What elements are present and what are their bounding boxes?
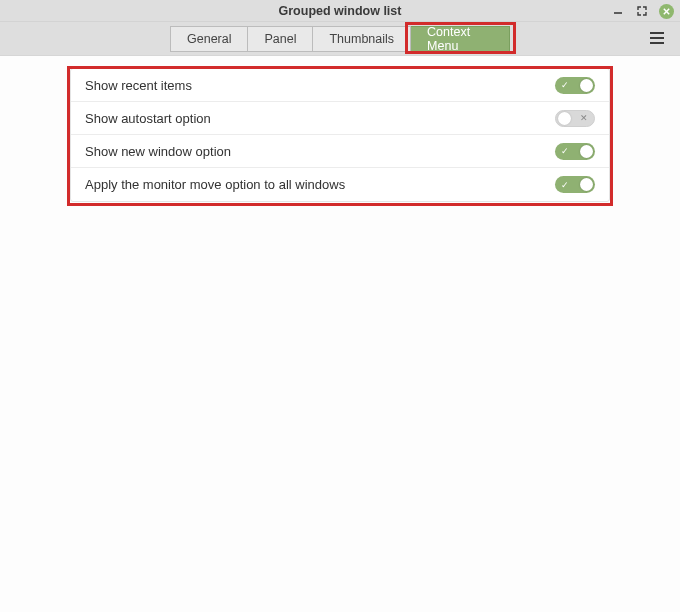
toggle-show-recent-items[interactable]: ✓ xyxy=(555,77,595,94)
minimize-button[interactable] xyxy=(611,4,625,18)
setting-show-autostart: Show autostart option ✕ xyxy=(71,102,609,135)
toggle-show-new-window[interactable]: ✓ xyxy=(555,143,595,160)
titlebar: Grouped window list xyxy=(0,0,680,22)
close-icon xyxy=(662,7,671,16)
close-button[interactable] xyxy=(659,4,674,19)
check-icon: ✓ xyxy=(561,146,569,156)
check-icon: ✓ xyxy=(561,180,569,190)
setting-label: Show recent items xyxy=(85,78,192,93)
menu-button[interactable] xyxy=(650,30,666,46)
window-controls xyxy=(611,0,674,22)
content-area: Show recent items ✓ Show autostart optio… xyxy=(0,56,680,202)
toggle-show-autostart[interactable]: ✕ xyxy=(555,110,595,127)
tabbar-region: General Panel Thumbnails Context Menu xyxy=(0,22,680,56)
tab-panel[interactable]: Panel xyxy=(248,26,313,52)
minimize-icon xyxy=(613,6,623,16)
toggle-monitor-move-all[interactable]: ✓ xyxy=(555,176,595,193)
setting-label: Show new window option xyxy=(85,144,231,159)
x-icon: ✕ xyxy=(580,113,588,123)
setting-show-recent-items: Show recent items ✓ xyxy=(71,69,609,102)
setting-monitor-move-all: Apply the monitor move option to all win… xyxy=(71,168,609,201)
tab-context-menu[interactable]: Context Menu xyxy=(411,26,510,52)
tab-thumbnails[interactable]: Thumbnails xyxy=(313,26,411,52)
maximize-icon xyxy=(637,6,647,16)
hamburger-icon xyxy=(650,32,664,34)
tabbar: General Panel Thumbnails Context Menu xyxy=(170,26,510,52)
maximize-button[interactable] xyxy=(635,4,649,18)
check-icon: ✓ xyxy=(561,80,569,90)
window-title: Grouped window list xyxy=(279,4,402,18)
setting-show-new-window: Show new window option ✓ xyxy=(71,135,609,168)
setting-label: Apply the monitor move option to all win… xyxy=(85,177,345,192)
settings-panel: Show recent items ✓ Show autostart optio… xyxy=(70,68,610,202)
setting-label: Show autostart option xyxy=(85,111,211,126)
tab-general[interactable]: General xyxy=(170,26,248,52)
